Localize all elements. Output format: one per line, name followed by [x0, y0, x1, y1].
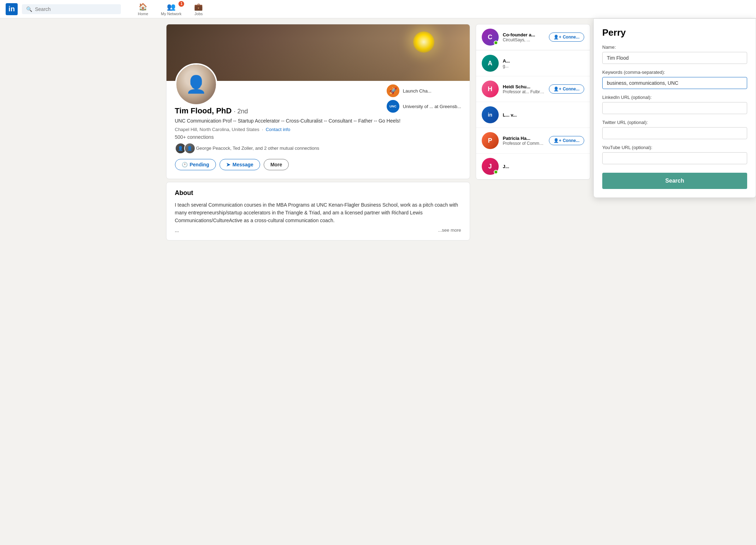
connect-icon-1: 👤+	[553, 35, 561, 40]
right-panel: C Co-founder a... CircuitSays, ... 👤+ Co…	[470, 18, 590, 243]
profile-name: Tim Flood, PhD	[175, 106, 232, 115]
person-name-4: L... v...	[503, 112, 584, 118]
nav-item-jobs[interactable]: 💼 Jobs	[188, 1, 209, 17]
about-text: I teach several Communication courses in…	[175, 201, 461, 225]
connect-icon-3: 👤+	[553, 87, 561, 91]
exp-label-2: University of ... at Greensb...	[403, 104, 461, 109]
person-info-1: Co-founder a... CircuitSays, ...	[503, 32, 545, 42]
youtube-field-group: YouTube URL (optional):	[602, 145, 747, 164]
avatar-image: 👤	[176, 65, 216, 104]
linkedin-field-group: LinkedIn URL (optional):	[602, 95, 747, 114]
home-icon: 🏠	[139, 2, 147, 11]
list-item: H Heidi Schu... Professor at... Fulbrigh…	[476, 76, 590, 102]
person-name-6: J...	[503, 164, 584, 169]
exp-icon-university: UNC	[387, 100, 399, 113]
keywords-label: Keywords (comma-separated):	[602, 70, 747, 75]
person-role-5: Professor of Communicati...	[503, 141, 545, 146]
connect-icon-5: 👤+	[553, 138, 561, 143]
nav-item-home[interactable]: 🏠 Home	[132, 1, 154, 17]
name-label: Name:	[602, 45, 747, 50]
person-role-3: Professor at... Fulbright Sch...	[503, 89, 545, 94]
linkedin-input[interactable]	[602, 102, 747, 114]
more-button[interactable]: More	[264, 159, 289, 170]
youtube-input[interactable]	[602, 152, 747, 164]
person-info-5: Patricia Ha... Professor of Communicati.…	[503, 136, 545, 146]
navbar: in 🔍 🏠 Home 👥 1 My Network 💼 Jobs	[0, 0, 756, 18]
nav-item-my-network[interactable]: 👥 1 My Network	[155, 1, 187, 17]
person-avatar-2: A	[482, 55, 499, 72]
person-avatar-5: P	[482, 132, 499, 149]
clock-icon: 🕐	[182, 162, 188, 167]
mutual-text: George Peacock, Ted Zoller, and 2 other …	[196, 146, 320, 151]
person-avatar-wrap-4: in	[482, 106, 499, 123]
person-avatar-wrap-1: C	[482, 29, 499, 46]
exp-icon-launch: 🚀	[387, 84, 399, 97]
person-avatar-wrap-6: J	[482, 158, 499, 175]
person-info-3: Heidi Schu... Professor at... Fulbright …	[503, 84, 545, 94]
mutual-avatars: 👤 👤	[175, 143, 193, 154]
name-field-group: Name:	[602, 45, 747, 64]
name-input[interactable]	[602, 52, 747, 64]
experience-tag-2[interactable]: UNC University of ... at Greensb...	[387, 100, 461, 113]
about-card: About I teach several Communication cour…	[166, 182, 470, 241]
about-ellipsis: ... ...see more	[175, 227, 461, 233]
nav-items: 🏠 Home 👥 1 My Network 💼 Jobs	[132, 1, 209, 17]
twitter-field-group: Twitter URL (optional):	[602, 120, 747, 139]
twitter-input[interactable]	[602, 127, 747, 139]
search-icon: 🔍	[26, 6, 32, 12]
online-indicator-6	[494, 170, 498, 174]
people-card: C Co-founder a... CircuitSays, ... 👤+ Co…	[476, 24, 590, 180]
degree-badge: · 2nd	[234, 108, 248, 115]
keywords-field-group: Keywords (comma-separated):	[602, 70, 747, 89]
list-item: C Co-founder a... CircuitSays, ... 👤+ Co…	[476, 24, 590, 50]
search-button[interactable]: Search	[602, 173, 747, 189]
message-button[interactable]: ➤ Message	[219, 159, 260, 170]
profile-card: 👤 🚀 Launch Cha... UNC University of ... …	[166, 24, 470, 179]
person-role-2: g...	[503, 64, 584, 69]
about-title: About	[175, 189, 461, 197]
mutual-connections: 👤 👤 George Peacock, Ted Zoller, and 2 ot…	[175, 143, 461, 154]
list-item: in L... v...	[476, 102, 590, 128]
action-buttons: 🕐 Pending ➤ Message More	[175, 159, 461, 170]
page-wrapper: 👤 🚀 Launch Cha... UNC University of ... …	[166, 0, 590, 243]
search-input[interactable]	[35, 6, 117, 12]
perry-popup: Perry Name: Keywords (comma-separated): …	[593, 18, 756, 198]
profile-container: 👤 🚀 Launch Cha... UNC University of ... …	[166, 18, 470, 243]
nav-item-network-label: My Network	[161, 12, 181, 16]
exp-label-1: Launch Cha...	[403, 88, 432, 94]
pending-button[interactable]: 🕐 Pending	[175, 159, 216, 170]
online-indicator-1	[494, 41, 498, 45]
list-item: A A... g...	[476, 50, 590, 76]
avatar: 👤	[175, 63, 217, 106]
network-badge: 1	[178, 1, 184, 7]
person-info-6: J...	[503, 164, 584, 169]
person-avatar-4: in	[482, 106, 499, 123]
person-info-4: L... v...	[503, 112, 584, 118]
linkedin-label: LinkedIn URL (optional):	[602, 95, 747, 100]
twitter-label: Twitter URL (optional):	[602, 120, 747, 125]
connect-button-3[interactable]: 👤+ Conne...	[549, 84, 584, 94]
youtube-label: YouTube URL (optional):	[602, 145, 747, 150]
person-avatar-wrap-5: P	[482, 132, 499, 149]
person-info-2: A... g...	[503, 58, 584, 69]
jobs-icon: 💼	[194, 2, 203, 11]
person-name-3: Heidi Schu...	[503, 84, 545, 89]
person-name-1: Co-founder a...	[503, 32, 545, 37]
linkedin-logo[interactable]: in	[6, 3, 18, 15]
connect-button-5[interactable]: 👤+ Conne...	[549, 136, 584, 145]
my-network-icon: 👥	[167, 2, 176, 11]
connections-count: 500+ connections	[175, 134, 461, 140]
popup-title: Perry	[602, 27, 747, 38]
keywords-input[interactable]	[602, 77, 747, 89]
connect-button-1[interactable]: 👤+ Conne...	[549, 32, 584, 42]
search-bar[interactable]: 🔍	[22, 4, 121, 14]
person-avatar-wrap-3: H	[482, 81, 499, 97]
contact-info-link[interactable]: Contact info	[266, 127, 290, 132]
send-icon: ➤	[226, 162, 230, 167]
list-item: P Patricia Ha... Professor of Communicat…	[476, 128, 590, 154]
person-role-1: CircuitSays, ...	[503, 37, 545, 42]
person-avatar-wrap-2: A	[482, 55, 499, 72]
see-more-link[interactable]: ...see more	[438, 227, 461, 233]
experience-tag-1[interactable]: 🚀 Launch Cha...	[387, 84, 432, 97]
profile-location: Chapel Hill, North Carolina, United Stat…	[175, 127, 461, 132]
